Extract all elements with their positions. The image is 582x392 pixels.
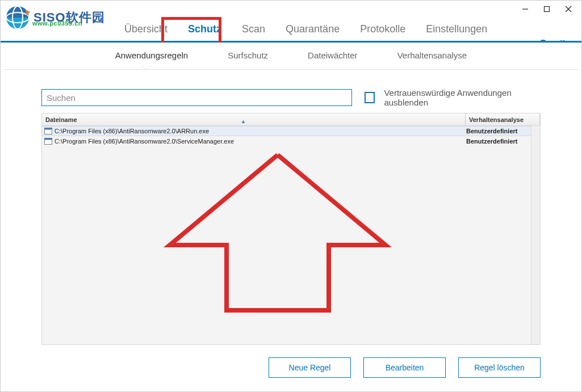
column-header-analysis[interactable]: Verhaltensanalyse — [466, 116, 539, 123]
row-filename: C:\Program Files (x86)\AntiRansomware2.0… — [55, 128, 466, 134]
close-button[interactable] — [558, 1, 579, 17]
tab-protection[interactable]: Schutz — [178, 17, 232, 42]
tab-settings[interactable]: Einstellungen — [416, 17, 497, 42]
table-header: Dateiname ▲ Verhaltensanalyse — [42, 113, 540, 126]
column-separator-end — [539, 113, 540, 125]
search-input[interactable] — [47, 93, 347, 103]
subtab-surf[interactable]: Surfschutz — [228, 50, 268, 61]
tab-scan[interactable]: Scan — [232, 17, 275, 42]
row-filename: C:\Program Files (x86)\AntiRansomware2.0… — [55, 138, 466, 145]
svg-rect-10 — [45, 138, 52, 140]
table-row[interactable]: C:\Program Files (x86)\AntiRansomware2.0… — [42, 126, 540, 136]
table-body: C:\Program Files (x86)\AntiRansomware2.0… — [42, 126, 540, 344]
sub-tab-bar: Anwendungsregeln Surfschutz Dateiwächter… — [3, 43, 579, 70]
tab-quarantine[interactable]: Quarantäne — [275, 17, 350, 42]
sort-asc-icon: ▲ — [241, 119, 246, 124]
row-analysis: Benutzerdefiniert — [466, 128, 540, 134]
subtab-app-rules[interactable]: Anwendungsregeln — [115, 50, 188, 61]
active-subtab-caret-inner — [142, 65, 150, 69]
new-rule-button[interactable]: Neue Regel — [269, 357, 351, 378]
application-icon — [44, 128, 52, 134]
svg-rect-1 — [545, 7, 550, 12]
tab-logs[interactable]: Protokolle — [350, 17, 416, 42]
tab-overview[interactable]: Übersicht — [114, 17, 178, 42]
hide-trusted-checkbox[interactable] — [365, 92, 375, 103]
minimize-button[interactable] — [514, 1, 536, 17]
application-icon — [44, 138, 52, 145]
search-box[interactable] — [41, 89, 352, 106]
row-analysis: Benutzerdefiniert — [466, 138, 540, 145]
search-row: Vertrauenswürdige Anwendungen ausblenden — [41, 88, 541, 107]
hide-trusted-label: Vertrauenswürdige Anwendungen ausblenden — [384, 88, 541, 107]
maximize-button[interactable] — [536, 1, 558, 17]
edit-rule-button[interactable]: Bearbeiten — [363, 357, 446, 378]
maximize-icon — [543, 6, 550, 12]
column-header-filename[interactable]: Dateiname ▲ — [42, 116, 465, 123]
app-window: SISO软件园 www.pc0359.cn Übersicht Schutz S… — [0, 0, 582, 392]
close-icon — [565, 6, 572, 12]
table-row[interactable]: C:\Program Files (x86)\AntiRansomware2.0… — [42, 136, 540, 146]
minimize-icon — [522, 6, 529, 12]
content-area: Vertrauenswürdige Anwendungen ausblenden… — [1, 70, 581, 391]
button-row: Neue Regel Bearbeiten Regel löschen — [41, 357, 541, 378]
delete-rule-button[interactable]: Regel löschen — [458, 357, 541, 378]
svg-rect-8 — [45, 128, 52, 130]
column-header-filename-label: Dateiname — [45, 116, 77, 123]
vertical-scrollbar[interactable] — [531, 126, 540, 344]
subtab-behavior[interactable]: Verhaltensanalyse — [397, 50, 467, 61]
main-tab-bar: Übersicht Schutz Scan Quarantäne Protoko… — [1, 18, 581, 43]
annotation-arrow — [153, 151, 403, 322]
subtab-filewatch[interactable]: Dateiwächter — [308, 50, 358, 61]
rules-table: Dateiname ▲ Verhaltensanalyse C:\Program… — [41, 113, 541, 345]
